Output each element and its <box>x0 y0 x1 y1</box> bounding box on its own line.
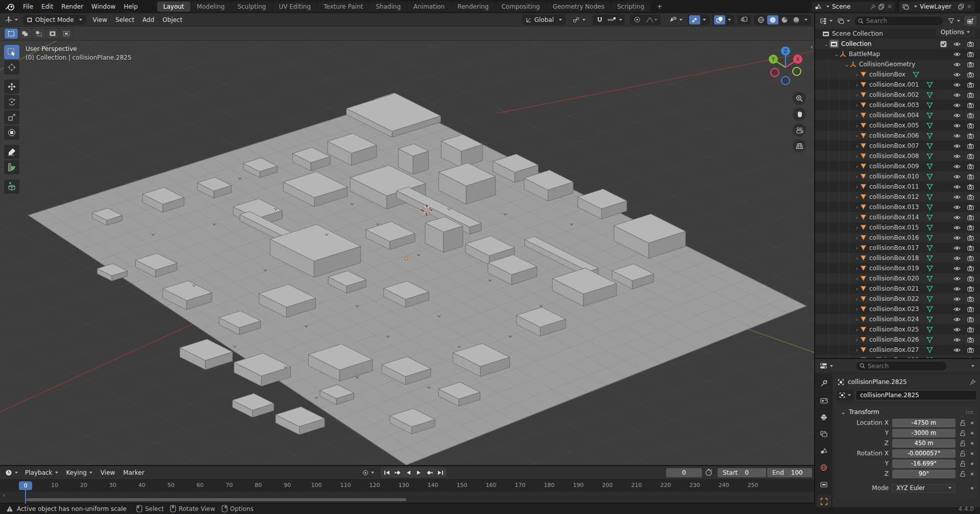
workspace-tab[interactable]: Compositing <box>495 2 546 12</box>
outliner-row-collisionbox[interactable]: › collisionBox.022 <box>815 294 980 304</box>
outliner-row-collisionbox[interactable]: › collisionBox.020 <box>815 273 980 284</box>
expand-icon[interactable]: › <box>854 184 860 190</box>
outliner-row-collisionbox[interactable]: › collisionBox.026 <box>815 335 980 345</box>
hide-eye-icon[interactable] <box>953 174 961 179</box>
hide-eye-icon[interactable] <box>953 245 961 251</box>
tab-object[interactable] <box>817 495 831 507</box>
disable-render-camera-icon[interactable] <box>967 102 974 108</box>
outliner-row-collisionbox[interactable]: › collisionBox.019 <box>815 263 980 273</box>
expand-icon[interactable]: › <box>854 133 860 139</box>
hide-eye-icon[interactable] <box>953 92 961 98</box>
hide-eye-icon[interactable] <box>953 296 961 302</box>
timeline-menu-item[interactable]: Keying <box>62 469 96 476</box>
editor-type-button[interactable] <box>3 15 20 25</box>
disable-render-camera-icon[interactable] <box>967 174 974 179</box>
expand-icon[interactable]: › <box>854 102 860 108</box>
outliner-row-collisionbox[interactable]: › collisionBox.005 <box>815 120 980 131</box>
disable-render-camera-icon[interactable] <box>967 317 974 322</box>
tool-options-dropdown[interactable]: Options <box>936 27 975 37</box>
disable-render-camera-icon[interactable] <box>967 153 974 159</box>
outliner-row-collisionbox[interactable]: › collisionBox.016 <box>815 233 980 243</box>
transform-value-field[interactable]: -4750 m <box>892 419 955 427</box>
outliner-row-collisionbox[interactable]: › collisionBox.027 <box>815 345 980 355</box>
properties-search-input[interactable] <box>868 363 943 370</box>
hide-eye-icon[interactable] <box>953 82 961 88</box>
expand-icon[interactable]: › <box>854 337 860 343</box>
remove-viewlayer-icon[interactable]: ✕ <box>967 3 972 10</box>
cursor-tool[interactable] <box>4 60 19 74</box>
expand-icon[interactable]: › <box>854 204 860 210</box>
transform-value-field[interactable]: 450 m <box>892 439 955 448</box>
exclude-checkbox[interactable] <box>940 41 947 47</box>
lock-icon[interactable] <box>960 430 966 436</box>
disable-render-camera-icon[interactable] <box>967 286 974 292</box>
tab-tool[interactable] <box>817 377 831 390</box>
end-frame-field[interactable]: End100 <box>767 468 812 477</box>
disable-render-camera-icon[interactable] <box>967 276 974 281</box>
expand-icon[interactable]: › <box>854 174 860 179</box>
workspace-tab[interactable]: UV Editing <box>273 2 317 12</box>
hide-eye-icon[interactable] <box>953 347 961 353</box>
outliner-row-collection[interactable]: ⌄ Collection <box>815 39 980 49</box>
properties-options-chevron[interactable] <box>971 365 974 367</box>
hide-eye-icon[interactable] <box>953 306 961 312</box>
expand-icon[interactable]: › <box>854 276 860 281</box>
scene-selector[interactable]: Scene ✕ <box>812 2 895 12</box>
play-reverse-button[interactable] <box>403 468 413 477</box>
mode-selector[interactable]: Object Mode <box>23 15 86 25</box>
outliner-row-collisionbox[interactable]: › collisionBox.028 <box>815 355 980 358</box>
tab-collection[interactable] <box>817 478 831 491</box>
hide-eye-icon[interactable] <box>953 266 961 271</box>
disable-render-camera-icon[interactable] <box>967 306 974 312</box>
timeline-menu-item[interactable]: Playback <box>21 469 62 476</box>
shading-rendered-button[interactable] <box>791 15 802 24</box>
unlink-scene-icon[interactable]: ✕ <box>887 3 892 10</box>
hide-eye-icon[interactable] <box>953 194 961 200</box>
disable-render-camera-icon[interactable] <box>967 245 974 251</box>
rotate-tool[interactable] <box>4 95 19 109</box>
outliner-row-collisionbox[interactable]: › collisionBox.003 <box>815 100 980 110</box>
jump-to-start-button[interactable] <box>382 468 392 477</box>
viewport-menu-item[interactable]: View <box>89 16 111 23</box>
disable-render-camera-icon[interactable] <box>967 204 974 210</box>
expand-icon[interactable]: › <box>854 255 860 261</box>
viewport-menu-item[interactable]: Add <box>138 16 158 23</box>
timeline-menu-item[interactable]: Marker <box>119 469 148 476</box>
viewport-menu-item[interactable]: Select <box>111 16 138 23</box>
outliner-editor-type-button[interactable] <box>819 16 834 26</box>
disable-render-camera-icon[interactable] <box>967 164 974 169</box>
hide-eye-icon[interactable] <box>953 133 961 139</box>
outliner-row-battlemap[interactable]: ⌄ BattleMap <box>815 49 980 59</box>
snap-toggle[interactable] <box>594 15 605 24</box>
hide-eye-icon[interactable] <box>953 215 961 220</box>
pivot-point-dropdown[interactable] <box>571 15 587 25</box>
outliner-row-collisionbox[interactable]: › collisionBox.017 <box>815 243 980 253</box>
properties-editor-type-button[interactable] <box>819 361 834 371</box>
outliner-row-collisionbox[interactable]: › collisionBox <box>815 69 980 80</box>
timeline-expand-icon[interactable]: › <box>3 492 5 499</box>
disable-render-camera-icon[interactable] <box>967 52 974 57</box>
hide-eye-icon[interactable] <box>953 337 961 343</box>
outliner-row-collisionbox[interactable]: › collisionBox.009 <box>815 161 980 171</box>
annotate-tool[interactable] <box>4 145 19 159</box>
timeline-scrollbar[interactable] <box>26 498 406 501</box>
hide-eye-icon[interactable] <box>953 357 961 358</box>
proportional-falloff-dropdown[interactable] <box>643 15 659 24</box>
transform-value-field[interactable]: 90° <box>892 470 955 478</box>
expand-icon[interactable]: › <box>854 72 860 78</box>
new-viewlayer-icon[interactable] <box>958 4 964 10</box>
expand-icon[interactable]: › <box>854 215 860 220</box>
topbar-menu-item[interactable]: Edit <box>37 3 57 10</box>
scale-tool[interactable] <box>4 110 19 124</box>
hide-eye-icon[interactable] <box>953 62 961 67</box>
expand-icon[interactable]: › <box>854 296 860 302</box>
disable-render-camera-icon[interactable] <box>967 133 974 139</box>
start-frame-field[interactable]: Start0 <box>718 468 766 477</box>
playback-sync-dropdown[interactable] <box>360 468 376 478</box>
tab-view-layer[interactable] <box>817 428 831 440</box>
select-extend-button[interactable] <box>18 29 32 39</box>
disable-render-camera-icon[interactable] <box>967 357 974 358</box>
proportional-edit-toggle[interactable] <box>631 15 643 24</box>
outliner-row-collisionbox[interactable]: › collisionBox.011 <box>815 182 980 192</box>
navigation-gizmo[interactable]: Z Y X <box>764 44 807 88</box>
